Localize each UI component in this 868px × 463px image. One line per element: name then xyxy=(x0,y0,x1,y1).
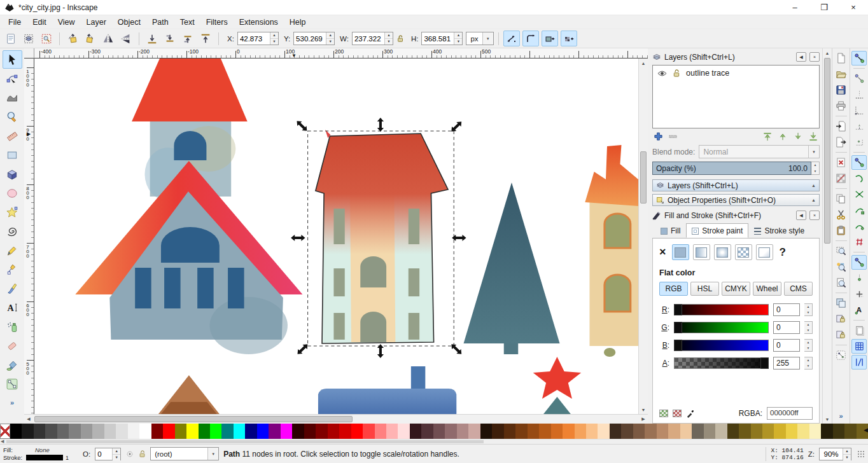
pattern-swatch-icon[interactable] xyxy=(659,410,668,417)
palette-swatch[interactable] xyxy=(715,424,727,439)
tab-stroke-style[interactable]: Stroke style xyxy=(748,223,810,238)
blue-value[interactable]: 0 xyxy=(773,339,800,352)
red-slider[interactable] xyxy=(674,304,769,315)
swatch-button[interactable] xyxy=(756,244,773,260)
scale-handle-ne[interactable] xyxy=(449,120,464,134)
checkerboard-icon[interactable] xyxy=(834,171,849,186)
snap-page-border-icon[interactable] xyxy=(851,323,867,338)
blend-mode-dropdown[interactable]: Normal ▼ xyxy=(699,145,820,158)
raise-icon[interactable] xyxy=(179,31,196,46)
layer-list[interactable]: outline trace xyxy=(652,65,820,128)
w-field[interactable]: ▲▼ xyxy=(352,32,393,45)
raise-to-top-icon[interactable] xyxy=(197,31,214,46)
box3d-tool[interactable] xyxy=(3,165,22,183)
snap-bbox-centers-icon[interactable] xyxy=(851,135,867,149)
mode-rgb[interactable]: RGB xyxy=(659,282,688,296)
palette-swatch[interactable] xyxy=(563,424,574,439)
calligraphy-tool[interactable] xyxy=(3,279,22,298)
layer-visibility-toggle-icon[interactable] xyxy=(125,450,134,458)
current-layer-dropdown[interactable]: (root) ▼ xyxy=(150,447,219,460)
snap-others-icon[interactable] xyxy=(851,255,867,270)
palette-swatch[interactable] xyxy=(504,424,515,439)
snap-nodes-icon[interactable] xyxy=(851,155,867,170)
paste-icon[interactable] xyxy=(834,223,849,238)
palette-swatch[interactable] xyxy=(657,424,668,439)
red-value[interactable]: 0 xyxy=(773,303,800,316)
open-document-icon[interactable] xyxy=(834,67,849,81)
canvas[interactable] xyxy=(34,59,638,414)
pencil-tool[interactable] xyxy=(3,241,22,259)
horizontal-scroll-thumb[interactable] xyxy=(34,416,353,422)
palette-swatch[interactable] xyxy=(727,424,739,439)
scale-gradients-toggle[interactable] xyxy=(542,31,558,46)
snap-bbox-icon[interactable] xyxy=(851,71,867,86)
x-input[interactable] xyxy=(238,32,270,45)
snap-text-baseline-icon[interactable]: A xyxy=(851,303,867,317)
zoom-page-icon[interactable] xyxy=(834,275,849,290)
green-spinner[interactable]: ▲▼ xyxy=(804,321,813,334)
x-field[interactable]: ▲▼ xyxy=(237,32,279,45)
tweak-tool[interactable] xyxy=(3,88,22,107)
palette-swatch[interactable] xyxy=(292,424,304,439)
scale-handle-nw[interactable] xyxy=(295,119,309,134)
menu-object[interactable]: Object xyxy=(112,17,146,28)
node-tool[interactable] xyxy=(3,69,22,88)
layer-to-top-icon[interactable] xyxy=(762,132,773,141)
resize-grip[interactable] xyxy=(857,450,865,458)
blue-slider-thumb[interactable] xyxy=(674,340,682,351)
palette-swatch[interactable] xyxy=(163,424,174,439)
scale-corners-toggle[interactable] xyxy=(522,31,539,46)
palette-swatch[interactable] xyxy=(821,424,832,439)
fill-stroke-indicator[interactable]: Fill: None Stroke: 1 xyxy=(3,446,78,461)
menu-edit[interactable]: Edit xyxy=(27,17,52,28)
vertical-ruler[interactable]: ▶ 1000900800700600500 xyxy=(24,59,34,414)
mode-cms[interactable]: CMS xyxy=(784,282,813,296)
palette-swatch[interactable] xyxy=(528,424,539,439)
zoom-field[interactable]: ▲▼ xyxy=(819,448,851,460)
palette-swatch[interactable] xyxy=(151,424,163,439)
artwork-pine-tree[interactable] xyxy=(464,183,560,354)
zoom-input[interactable] xyxy=(820,448,843,460)
palette-swatch[interactable] xyxy=(833,424,844,439)
palette-swatch[interactable] xyxy=(45,424,57,439)
palette-swatch[interactable] xyxy=(210,424,221,439)
palette-swatch[interactable] xyxy=(575,424,586,439)
palette-swatch[interactable] xyxy=(610,424,621,439)
spray-tool[interactable] xyxy=(3,317,22,336)
maximize-button[interactable]: ❒ xyxy=(809,0,839,15)
scroll-down-icon[interactable]: ▼ xyxy=(823,415,832,424)
palette-scroll-right-icon[interactable]: ◀ xyxy=(864,427,868,433)
snap-enable-icon[interactable] xyxy=(851,51,867,66)
layer-name[interactable]: outline trace xyxy=(686,69,729,78)
palette-swatch[interactable] xyxy=(809,424,821,439)
palette-swatch[interactable] xyxy=(445,424,456,439)
no-paint-button[interactable]: × xyxy=(659,245,666,259)
palette-swatch[interactable] xyxy=(316,424,327,439)
palette-swatch[interactable] xyxy=(175,424,186,439)
palette-swatch[interactable] xyxy=(633,424,645,439)
palette-scroll-thumb[interactable] xyxy=(6,440,484,443)
menu-help[interactable]: Help xyxy=(284,17,312,28)
palette-swatch[interactable] xyxy=(692,424,703,439)
object-opacity-input[interactable] xyxy=(95,448,112,460)
palette-scrollbar[interactable]: ◀ xyxy=(0,439,868,444)
print-icon[interactable] xyxy=(834,99,849,113)
palette-swatch[interactable] xyxy=(199,424,210,439)
object-opacity-spinner[interactable]: ▲▼ xyxy=(112,448,120,460)
palette-swatch[interactable] xyxy=(128,424,139,439)
palette-swatch[interactable] xyxy=(751,424,762,439)
fill-stroke-panel-header[interactable]: Fill and Stroke (Shift+Ctrl+F) ◀ × xyxy=(652,209,820,222)
w-spinner[interactable]: ▲▼ xyxy=(384,32,393,45)
horizontal-scrollbar[interactable]: ◀ ▶ xyxy=(24,414,648,424)
snap-bbox-corners-icon[interactable] xyxy=(851,103,867,118)
spiral-tool[interactable] xyxy=(3,222,22,240)
xml-editor-icon[interactable] xyxy=(834,348,849,363)
opacity-spinner[interactable]: ▲▼ xyxy=(811,162,820,175)
scroll-down-icon[interactable]: ▼ xyxy=(639,405,648,414)
select-all-layers-icon[interactable] xyxy=(20,31,37,46)
selector-tool[interactable] xyxy=(3,50,22,69)
palette-swatch[interactable] xyxy=(398,424,409,439)
scroll-up-icon[interactable]: ▲ xyxy=(639,59,648,67)
scale-handle-n[interactable] xyxy=(377,118,384,132)
toolbox-overflow[interactable]: » xyxy=(10,399,14,406)
